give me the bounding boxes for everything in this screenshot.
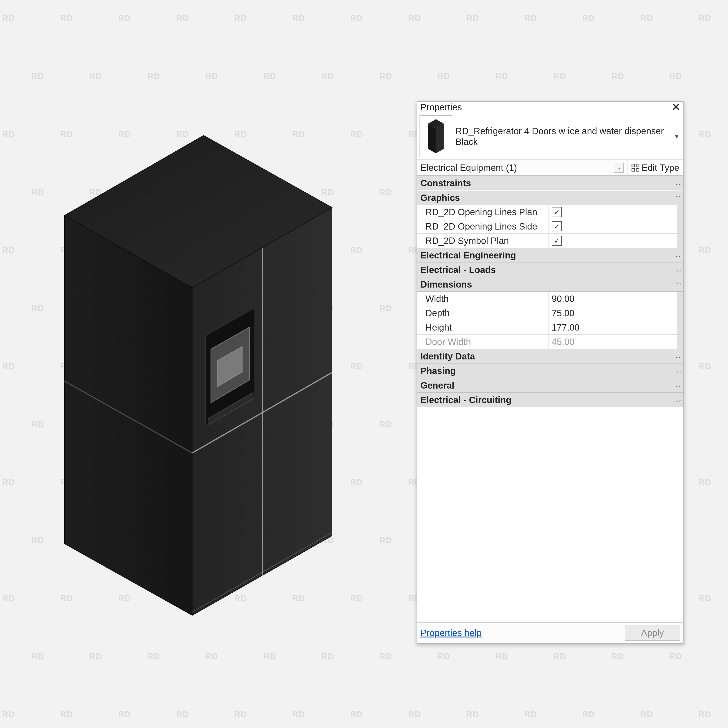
group-graphics[interactable]: Graphics ⌃⌃ bbox=[417, 190, 684, 205]
group-general[interactable]: General ⌄⌄ bbox=[417, 378, 684, 393]
expand-icon: ⌄⌄ bbox=[675, 383, 681, 388]
family-name: RD_Refrigerator 4 Doors w ice and water … bbox=[456, 126, 669, 136]
prop-height[interactable]: Height 177.00 bbox=[417, 320, 684, 335]
group-electrical-engineering[interactable]: Electrical Engineering ⌄⌄ bbox=[417, 248, 684, 263]
edit-type-button[interactable]: Edit Type bbox=[627, 160, 684, 175]
group-dimensions[interactable]: Dimensions ⌃⌃ bbox=[417, 277, 684, 292]
prop-depth-value[interactable]: 75.00 bbox=[549, 306, 677, 320]
properties-help-link[interactable]: Properties help bbox=[421, 628, 482, 638]
collapse-icon: ⌃⌃ bbox=[675, 281, 681, 287]
panel-title: Properties bbox=[421, 102, 670, 112]
svg-marker-13 bbox=[436, 124, 444, 153]
family-thumbnail bbox=[419, 115, 452, 157]
prop-width[interactable]: Width 90.00 bbox=[417, 292, 684, 306]
collapse-icon: ⌃⌃ bbox=[675, 195, 681, 200]
type-selector[interactable]: RD_Refrigerator 4 Doors w ice and water … bbox=[417, 113, 684, 160]
group-identity-data[interactable]: Identity Data ⌄⌄ bbox=[417, 349, 684, 364]
expand-icon: ⌄⌄ bbox=[675, 368, 681, 373]
close-icon[interactable]: ✕ bbox=[670, 102, 682, 112]
properties-panel: Properties ✕ RD_Refrigerator 4 Doors w i… bbox=[417, 101, 684, 644]
grid-icon bbox=[632, 164, 639, 171]
type-dropdown-caret-icon[interactable]: ▾ bbox=[672, 115, 681, 157]
group-electrical-loads[interactable]: Electrical - Loads ⌄⌄ bbox=[417, 263, 684, 277]
checkbox-checked-icon[interactable]: ✓ bbox=[552, 207, 562, 217]
group-electrical-circuiting[interactable]: Electrical - Circuiting ⌄⌄ bbox=[417, 393, 684, 407]
expand-icon: ⌄⌄ bbox=[675, 267, 681, 272]
prop-door-width-value: 45.00 bbox=[549, 335, 677, 349]
prop-opening-lines-plan[interactable]: RD_2D Opening Lines Plan ✓ bbox=[417, 205, 684, 219]
property-grid-blank bbox=[417, 407, 684, 622]
prop-symbol-plan[interactable]: RD_2D Symbol Plan ✓ bbox=[417, 234, 684, 248]
expand-icon: ⌄⌄ bbox=[675, 252, 681, 258]
edit-type-label: Edit Type bbox=[642, 163, 679, 173]
expand-icon: ⌄⌄ bbox=[675, 397, 681, 403]
property-grid: Constraints ⌄⌄ Graphics ⌃⌃ RD_2D Opening… bbox=[417, 176, 684, 622]
checkbox-checked-icon[interactable]: ✓ bbox=[552, 221, 562, 231]
family-variant: Black bbox=[456, 137, 669, 147]
model-viewport-fridge bbox=[63, 135, 358, 618]
prop-width-value[interactable]: 90.00 bbox=[549, 292, 677, 306]
instance-filter-label: Electrical Equipment (1) bbox=[421, 163, 517, 173]
group-constraints[interactable]: Constraints ⌄⌄ bbox=[417, 176, 684, 190]
apply-button[interactable]: Apply bbox=[625, 625, 680, 641]
panel-titlebar[interactable]: Properties ✕ bbox=[417, 102, 684, 113]
prop-depth[interactable]: Depth 75.00 bbox=[417, 306, 684, 320]
chevron-down-icon: ⌄ bbox=[614, 163, 624, 173]
group-phasing[interactable]: Phasing ⌄⌄ bbox=[417, 364, 684, 378]
svg-marker-12 bbox=[428, 124, 436, 153]
prop-opening-lines-side[interactable]: RD_2D Opening Lines Side ✓ bbox=[417, 219, 684, 234]
instance-filter-dropdown[interactable]: Electrical Equipment (1) ⌄ bbox=[417, 160, 627, 175]
expand-icon: ⌄⌄ bbox=[675, 180, 681, 186]
checkbox-checked-icon[interactable]: ✓ bbox=[552, 236, 562, 246]
expand-icon: ⌄⌄ bbox=[675, 353, 681, 359]
prop-height-value[interactable]: 177.00 bbox=[549, 320, 677, 335]
prop-door-width: Door Width 45.00 bbox=[417, 335, 684, 349]
